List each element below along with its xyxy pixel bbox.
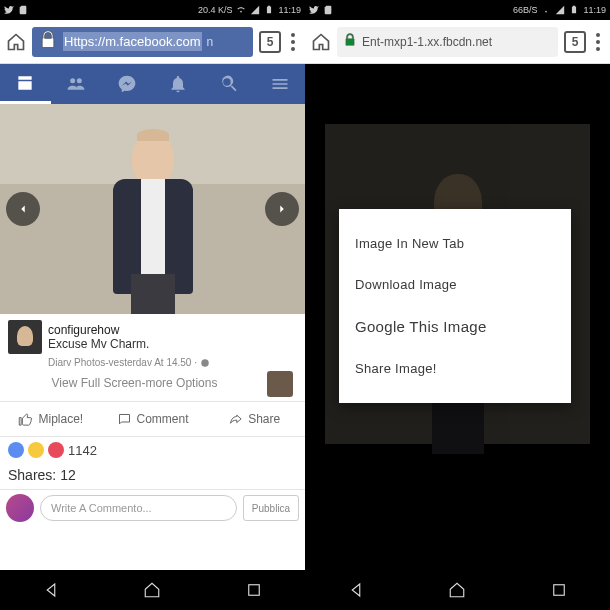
menu-google-image[interactable]: Google This Image	[339, 305, 571, 348]
context-menu: Image In New Tab Download Image Google T…	[339, 209, 571, 403]
twitter-icon	[4, 5, 14, 15]
home-button[interactable]	[143, 581, 161, 599]
comment-button[interactable]: Comment	[102, 402, 204, 436]
love-reaction-icon	[48, 442, 64, 458]
author-avatar[interactable]	[8, 320, 42, 354]
browser-menu-icon[interactable]	[287, 33, 299, 51]
tab-count[interactable]: 5	[259, 31, 281, 53]
tab-menu[interactable]	[254, 64, 305, 104]
browser-menu-icon[interactable]	[592, 33, 604, 51]
sd-icon	[323, 5, 333, 15]
view-full-link[interactable]: View Full Screen-more Options	[8, 373, 261, 396]
publish-button[interactable]: Pubblica	[243, 495, 299, 521]
wifi-off-icon	[236, 5, 246, 15]
twitter-icon	[309, 5, 319, 15]
prev-photo-button[interactable]	[6, 192, 40, 226]
post-info: configurehow Excuse Mv Charm. Diarv Phot…	[0, 314, 305, 401]
home-button[interactable]	[448, 581, 466, 599]
svg-point-0	[201, 360, 209, 368]
url-box[interactable]: Https://m.facebook.com n	[32, 27, 253, 57]
reaction-count: 1142	[68, 443, 97, 458]
wifi-off-icon	[541, 5, 551, 15]
lock-icon	[343, 33, 357, 47]
post-actions: Miplace! Comment Share	[0, 401, 305, 437]
tab-notifications[interactable]	[152, 64, 203, 104]
haha-reaction-icon	[28, 442, 44, 458]
lock-icon	[38, 30, 58, 50]
sd-icon	[18, 5, 28, 15]
post-photo[interactable]	[0, 104, 305, 314]
url-box[interactable]: Ent-mxp1-1.xx.fbcdn.net	[337, 27, 558, 57]
url-text: Ent-mxp1-1.xx.fbcdn.net	[362, 35, 492, 49]
recent-button[interactable]	[550, 581, 568, 599]
like-reaction-icon	[8, 442, 24, 458]
status-time: 11:19	[278, 5, 301, 15]
status-bar: 66B/S 11:19	[305, 0, 610, 20]
tab-search[interactable]	[203, 64, 254, 104]
signal-icon	[250, 5, 260, 15]
shares-row[interactable]: Shares: 12	[0, 463, 305, 489]
url-tail: n	[207, 35, 214, 49]
status-speed: 66B/S	[513, 5, 538, 15]
facebook-nav	[0, 64, 305, 104]
author-name[interactable]: configurehow	[48, 323, 149, 337]
back-button[interactable]	[347, 581, 365, 599]
like-button[interactable]: Miplace!	[0, 402, 102, 436]
post-caption: Excuse Mv Charm.	[48, 337, 149, 351]
globe-icon	[200, 358, 210, 368]
back-button[interactable]	[42, 581, 60, 599]
viewer-avatar[interactable]	[267, 371, 293, 397]
post-meta: Diarv Photos-vesterdav At 14.50 ·	[8, 354, 297, 371]
image-viewer[interactable]: Image In New Tab Download Image Google T…	[305, 64, 610, 570]
tab-friends[interactable]	[51, 64, 102, 104]
svg-rect-2	[554, 585, 565, 596]
status-time: 11:19	[583, 5, 606, 15]
menu-share-image[interactable]: Share Image!	[339, 348, 571, 389]
svg-rect-1	[249, 585, 260, 596]
signal-icon	[555, 5, 565, 15]
tab-feed[interactable]	[0, 64, 51, 104]
browser-bar: Ent-mxp1-1.xx.fbcdn.net 5	[305, 20, 610, 64]
tab-messenger[interactable]	[102, 64, 153, 104]
tab-count[interactable]: 5	[564, 31, 586, 53]
my-avatar[interactable]	[6, 494, 34, 522]
share-button[interactable]: Share	[203, 402, 305, 436]
reactions-bar[interactable]: 1142	[0, 437, 305, 463]
browser-bar: Https://m.facebook.com n 5	[0, 20, 305, 64]
url-text: Https://m.facebook.com	[63, 32, 202, 51]
comment-input[interactable]: Write A Commento...	[40, 495, 237, 521]
status-speed: 20.4 K/S	[198, 5, 233, 15]
battery-icon	[569, 5, 579, 15]
battery-icon	[264, 5, 274, 15]
home-icon[interactable]	[311, 32, 331, 52]
home-icon[interactable]	[6, 32, 26, 52]
next-photo-button[interactable]	[265, 192, 299, 226]
recent-button[interactable]	[245, 581, 263, 599]
menu-open-new-tab[interactable]: Image In New Tab	[339, 223, 571, 264]
comment-box: Write A Commento... Pubblica	[0, 489, 305, 526]
menu-download-image[interactable]: Download Image	[339, 264, 571, 305]
status-bar: 20.4 K/S 11:19	[0, 0, 305, 20]
android-nav	[0, 570, 305, 610]
android-nav	[305, 570, 610, 610]
